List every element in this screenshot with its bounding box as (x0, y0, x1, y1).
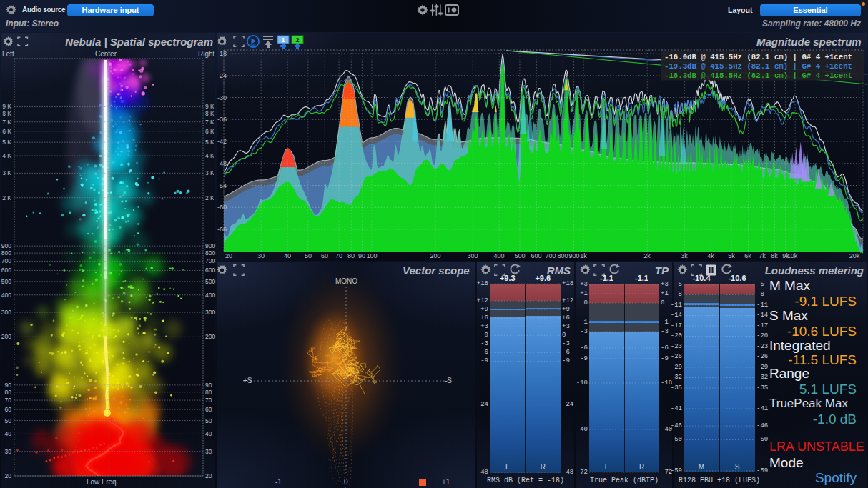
svg-text:1: 1 (281, 36, 285, 44)
svg-text:live: live (250, 44, 256, 47)
svg-text:2: 2 (295, 36, 299, 44)
